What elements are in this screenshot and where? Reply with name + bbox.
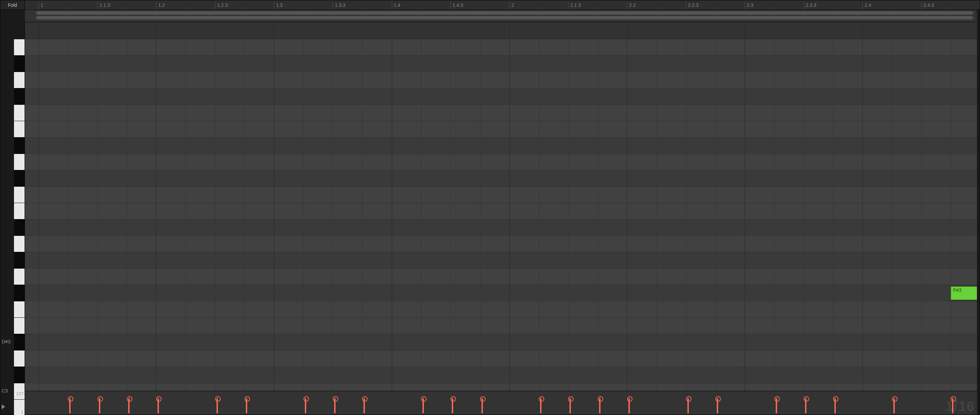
velocity-max-label: 127 [16, 391, 24, 396]
overview-scrollbar-top[interactable] [38, 11, 971, 15]
piano-key[interactable] [14, 121, 25, 137]
grid-row [25, 154, 977, 170]
piano-key[interactable] [14, 236, 25, 252]
piano-key[interactable] [14, 219, 25, 236]
velocity-marker[interactable] [216, 398, 218, 413]
grid-row [25, 252, 977, 268]
grid-header-strip [25, 22, 977, 39]
grid-row [25, 121, 977, 137]
grid-row [25, 203, 977, 219]
velocity-marker[interactable] [805, 398, 807, 413]
velocity-lane[interactable]: 127 1 1/16 [25, 391, 977, 415]
ruler-label: 1.3.3 [335, 2, 345, 8]
grid-row [25, 137, 977, 154]
grid-row [25, 170, 977, 187]
piano-key[interactable] [14, 105, 25, 121]
ruler-label: 2.2.3 [688, 2, 699, 8]
velocity-marker[interactable] [128, 398, 130, 413]
grid-row [25, 302, 977, 318]
play-icon[interactable] [2, 404, 5, 409]
velocity-min-label: 1 [21, 410, 24, 415]
piano-key[interactable] [14, 268, 25, 285]
velocity-marker[interactable] [158, 398, 159, 413]
velocity-scale: 127 1 [11, 391, 25, 415]
ruler-label: 2 [511, 2, 514, 8]
pitch-label: C3 [2, 388, 8, 394]
velocity-marker[interactable] [570, 398, 571, 413]
velocity-marker[interactable] [540, 398, 541, 413]
velocity-marker[interactable] [717, 398, 718, 413]
piano-keyboard[interactable] [14, 22, 25, 391]
velocity-marker[interactable] [687, 398, 689, 413]
ruler-label: 2.4 [864, 2, 871, 8]
velocity-marker[interactable] [628, 398, 630, 413]
velocity-marker[interactable] [69, 398, 71, 413]
velocity-marker[interactable] [452, 398, 453, 413]
piano-key[interactable] [14, 302, 25, 318]
piano-key[interactable] [14, 334, 25, 351]
piano-key[interactable] [14, 367, 25, 383]
grid-row [25, 72, 977, 88]
velocity-marker[interactable] [834, 398, 836, 413]
fold-button[interactable]: Fold [0, 0, 25, 10]
grid-row [25, 318, 977, 334]
ruler-label: 2.2 [629, 2, 636, 8]
piano-key[interactable] [14, 318, 25, 334]
piano-key[interactable] [14, 137, 25, 154]
velocity-marker[interactable] [482, 398, 483, 413]
velocity-marker[interactable] [246, 398, 247, 413]
grid-row [25, 268, 977, 285]
ruler-label: 2.1.3 [570, 2, 581, 8]
grid-row [25, 236, 977, 252]
piano-key[interactable] [14, 187, 25, 203]
piano-key[interactable] [14, 351, 25, 367]
grid-row [25, 56, 977, 72]
velocity-marker[interactable] [599, 398, 600, 413]
grid-row [25, 285, 977, 302]
pitch-label-column: D#3C3C2 [0, 22, 14, 391]
grid-row [25, 219, 977, 236]
velocity-marker[interactable] [776, 398, 777, 413]
grid-resolution-label: 1/16 [945, 399, 975, 414]
ruler-label: 1.1.3 [100, 2, 110, 8]
ruler-label: 2.3.3 [806, 2, 816, 8]
grid-row [25, 105, 977, 121]
top-row: Fold 11.1.31.21.2.31.31.3.31.41.4.322.1.… [0, 0, 980, 10]
velocity-marker[interactable] [305, 398, 306, 413]
piano-key[interactable] [14, 203, 25, 219]
velocity-marker[interactable] [334, 398, 336, 413]
ruler-label: 1.4 [394, 2, 400, 8]
grid-row [25, 334, 977, 351]
piano-key[interactable] [14, 39, 25, 56]
ruler-label: 1.3 [276, 2, 282, 8]
velocity-marker[interactable] [363, 398, 365, 413]
piano-key[interactable] [14, 88, 25, 105]
overview-scrollbar-bottom[interactable] [38, 16, 971, 19]
ruler-label: 2.3 [747, 2, 753, 8]
grid-row [25, 351, 977, 367]
note-grid[interactable]: F#3A2A2G2G2G2G2G2G2G2G2G2G2G2G2G2G2G2G2G… [25, 22, 977, 391]
midi-note[interactable]: F#3 [951, 286, 977, 300]
velocity-marker[interactable] [952, 398, 953, 413]
pitch-label: D#3 [2, 339, 11, 344]
grid-row [25, 39, 977, 56]
piano-key[interactable] [14, 252, 25, 268]
grid-row [25, 88, 977, 105]
piano-key[interactable] [14, 170, 25, 187]
ruler-label: 1.2 [158, 2, 165, 8]
piano-key[interactable] [14, 285, 25, 302]
left-column: D#3C3C2 [0, 22, 25, 391]
ruler-label: 2.4.3 [923, 2, 934, 8]
velocity-marker[interactable] [423, 398, 424, 413]
piano-key[interactable] [14, 154, 25, 170]
time-ruler[interactable]: 11.1.31.21.2.31.31.3.31.41.4.322.1.32.22… [25, 0, 980, 10]
velocity-marker[interactable] [893, 398, 895, 413]
ruler-label: 1 [41, 2, 43, 8]
midi-editor-frame: Fold 11.1.31.21.2.31.31.3.31.41.4.322.1.… [0, 0, 980, 415]
piano-key[interactable] [14, 72, 25, 88]
ruler-label: 1.2.3 [217, 2, 228, 8]
clip-overview[interactable] [25, 10, 977, 22]
piano-key[interactable] [14, 56, 25, 72]
grid-row [25, 187, 977, 203]
velocity-marker[interactable] [99, 398, 100, 413]
